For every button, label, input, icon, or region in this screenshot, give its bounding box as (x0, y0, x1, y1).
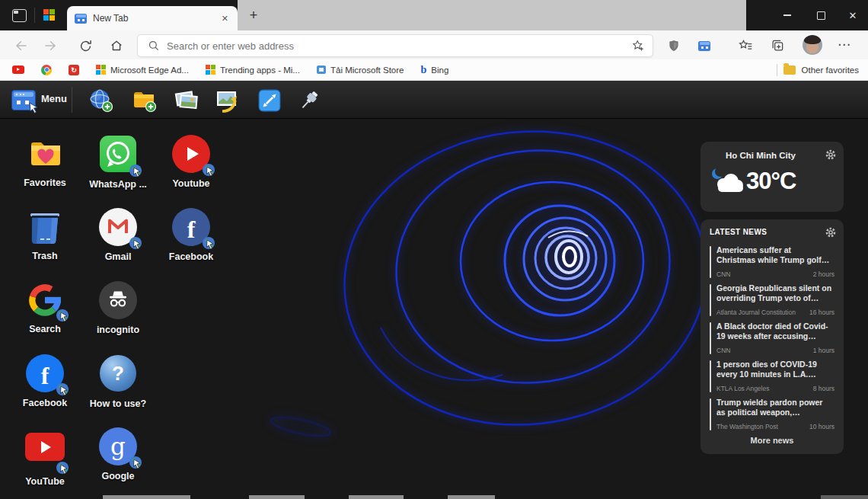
add-site-button[interactable] (89, 88, 113, 113)
bookmark-trending-apps[interactable]: Trending apps - Mi... (206, 65, 300, 75)
gear-icon[interactable] (825, 226, 837, 238)
favorites-hub-button[interactable] (736, 36, 755, 56)
forward-button[interactable] (41, 36, 61, 56)
news-source: KTLA Los Angeles (716, 385, 769, 392)
dial-youtube-2[interactable]: YouTube (12, 421, 78, 487)
tile-label: Trash (12, 251, 78, 261)
collections-icon (770, 38, 785, 53)
shortcut-globe-badge (56, 382, 70, 397)
dial-google[interactable]: g Google (85, 421, 151, 481)
refresh-button[interactable] (75, 36, 95, 56)
folder-add-icon (132, 88, 156, 113)
tile-label: Search (12, 324, 78, 334)
trash-icon (25, 207, 65, 247)
tile-label: Gmail (85, 251, 151, 262)
item-accent-bar (710, 398, 711, 430)
edge-browser-window: { "titlebar": { "tab": {"title": "New Ta… (0, 0, 868, 499)
news-source: Atlanta Journal Constitution (716, 309, 796, 316)
speed-dial-extension-button[interactable] (694, 36, 714, 56)
news-item[interactable]: A Black doctor died of Covid-19 weeks af… (710, 321, 836, 357)
news-item[interactable]: Americans suffer at Christmas while Trum… (710, 245, 836, 280)
dial-facebook-2[interactable]: f Facebook (12, 347, 78, 408)
window-close-button[interactable]: ✕ (836, 0, 868, 30)
home-icon (109, 38, 124, 53)
microsoft-logo-icon[interactable] (43, 9, 55, 21)
dial-facebook-1[interactable]: f Facebook (158, 201, 224, 262)
microsoft-favicon (96, 65, 106, 75)
tab-new-tab[interactable]: New Tab ✕ (67, 6, 238, 30)
bookmarks-bar: ↻ Microsoft Edge Ad... Trending apps - M… (0, 59, 868, 81)
collections-button[interactable] (767, 36, 787, 56)
news-header: LATEST NEWS (710, 228, 767, 236)
shield-icon (667, 39, 681, 53)
bing-favicon: b (420, 64, 426, 76)
tab-title: New Tab (93, 13, 222, 24)
address-bar[interactable]: Search or enter web address (137, 34, 653, 57)
add-folder-button[interactable] (132, 88, 156, 113)
shortcut-globe-badge (202, 163, 216, 178)
speed-dial-favicon (75, 14, 87, 24)
bookmark-label: Microsoft Edge Ad... (110, 66, 189, 75)
home-button[interactable] (107, 36, 126, 56)
dial-youtube[interactable]: Youtube (158, 128, 224, 189)
news-item[interactable]: Georgia Republicans silent on overriding… (710, 283, 836, 318)
youtube-icon (25, 433, 65, 461)
menu-button[interactable]: Menu (41, 93, 67, 104)
question-icon: ? (100, 355, 136, 392)
ms-store-favicon (317, 66, 326, 74)
adblock-extension-button[interactable] (664, 36, 684, 56)
news-time: 1 hours (813, 347, 834, 354)
bookmark-bing[interactable]: b Bing (420, 64, 448, 76)
maximize-button[interactable] (804, 0, 838, 30)
weather-city: Ho Chi Minh City (700, 151, 821, 160)
settings-menu-button[interactable]: ⋯ (838, 37, 851, 53)
news-item[interactable]: 1 person dies of COVID-19 every 10 minut… (710, 360, 836, 395)
add-favorite-icon[interactable] (631, 39, 645, 53)
dial-whatsapp[interactable]: WhatsApp ... (85, 128, 151, 190)
dial-favorites[interactable]: Favorites (12, 128, 78, 188)
dial-gmail[interactable]: Gmail (85, 201, 151, 262)
peek-tile (103, 495, 190, 499)
gallery-button[interactable] (174, 88, 198, 113)
dial-incognito[interactable]: incognito (85, 274, 151, 335)
menu-icon[interactable] (11, 90, 36, 110)
bookmark-youtube[interactable] (12, 66, 24, 74)
new-tab-button[interactable]: + (245, 7, 262, 24)
youtube-favicon (12, 66, 24, 74)
folder-icon (783, 66, 796, 75)
minimize-button[interactable] (771, 0, 804, 30)
tile-label: WhatsApp ... (85, 179, 151, 190)
bookmarks-separator (777, 64, 777, 76)
dial-trash[interactable]: Trash (12, 201, 78, 261)
dial-search[interactable]: Search (12, 274, 78, 334)
news-item[interactable]: Trump wields pardon power as political w… (710, 398, 836, 433)
tab-close-icon[interactable]: ✕ (222, 14, 228, 24)
favorites-star-icon (738, 38, 753, 53)
news-title: A Black doctor died of Covid-19 weeks af… (716, 321, 832, 341)
navigation-bar: Search or enter web address ⋯ (0, 30, 868, 59)
empty-tab-strip (238, 0, 746, 30)
chrome-favicon (41, 65, 52, 75)
bookmark-ms-store[interactable]: Tải Microsoft Store (317, 66, 404, 75)
sync-favicon: ↻ (69, 65, 79, 75)
item-accent-bar (710, 284, 711, 316)
light-spiral-art (228, 107, 731, 457)
news-source: The Washington Post (716, 423, 778, 430)
profile-avatar[interactable] (803, 35, 822, 55)
news-time: 8 hours (813, 385, 834, 392)
gear-icon[interactable] (825, 149, 837, 161)
bookmark-chrome-store[interactable] (41, 65, 52, 75)
more-news-link[interactable]: More news (700, 436, 844, 445)
shortcut-globe-badge (202, 236, 216, 251)
bookmark-ms-edge-addons[interactable]: Microsoft Edge Ad... (96, 65, 189, 75)
weather-temperature: 30°C (746, 168, 796, 195)
bookmark-sync-site[interactable]: ↻ (69, 65, 79, 75)
other-favorites-button[interactable]: Other favorites (777, 64, 859, 76)
shortcut-globe-badge (129, 236, 143, 251)
dial-how-to-use[interactable]: ? How to use? (85, 347, 151, 409)
news-time: 10 hours (809, 423, 834, 430)
workspaces-icon[interactable] (12, 9, 27, 22)
title-bar: New Tab ✕ + ✕ (0, 0, 868, 30)
back-button[interactable] (11, 36, 30, 56)
peek-tile (448, 495, 495, 499)
